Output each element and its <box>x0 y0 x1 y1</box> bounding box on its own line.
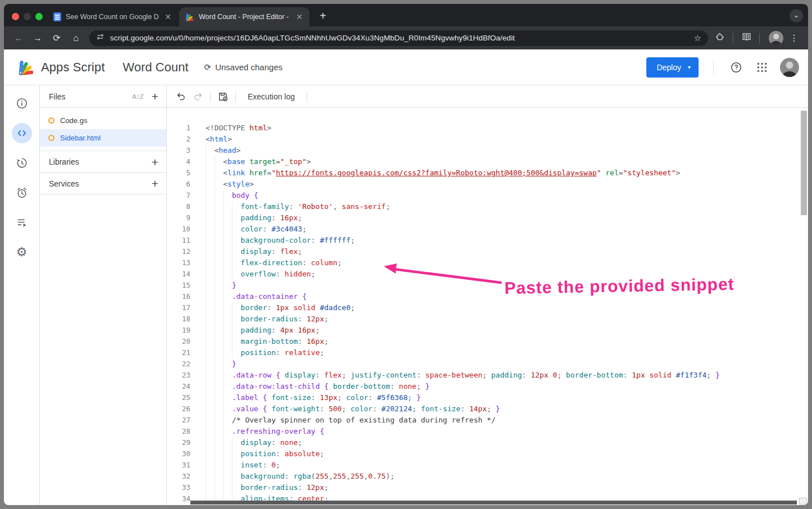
gear-glyph: ⚙ <box>16 246 28 258</box>
line-number: 10 <box>167 224 190 235</box>
main-content: ⚙ Files A↕Z + Code.gs Sidebar.html <box>4 85 808 505</box>
code-line: 13flex-direction: column; <box>167 257 808 269</box>
code-line: 6<style> <box>167 179 808 190</box>
line-number: 4 <box>167 156 190 167</box>
browser-tab-docs[interactable]: See Word Count on Google D ✕ <box>48 7 178 26</box>
window-controls[interactable] <box>12 13 43 20</box>
code-line: 1<!DOCTYPE html> <box>167 122 808 134</box>
line-number: 7 <box>167 190 190 201</box>
overview-info-icon[interactable] <box>12 93 32 113</box>
services-label: Services <box>49 179 152 188</box>
bookmark-star-icon[interactable]: ☆ <box>694 33 701 43</box>
libraries-section[interactable]: Libraries + <box>40 151 166 172</box>
save-status: ⟳ Unsaved changes <box>204 62 283 72</box>
save-status-text: Unsaved changes <box>215 62 282 72</box>
close-window-button[interactable] <box>12 13 19 20</box>
close-tab-icon[interactable]: ✕ <box>163 12 172 21</box>
line-number: 8 <box>167 201 190 212</box>
browser-profile-avatar[interactable] <box>769 31 783 46</box>
url-text[interactable]: script.google.com/u/0/home/projects/16DJ… <box>110 34 690 42</box>
executions-list-icon[interactable] <box>12 212 32 233</box>
google-apps-grid-icon[interactable] <box>751 56 773 79</box>
apps-script-favicon-icon <box>185 12 194 22</box>
google-docs-favicon-icon <box>53 12 61 21</box>
site-settings-icon[interactable] <box>96 33 104 43</box>
unsaved-dot-icon <box>48 135 54 141</box>
services-section[interactable]: Services + <box>40 172 166 194</box>
code-line: 31inset: 0; <box>167 460 808 471</box>
project-history-icon[interactable] <box>12 153 32 173</box>
file-item-code-gs[interactable]: Code.gs <box>40 112 166 129</box>
line-number: 16 <box>167 291 190 302</box>
add-file-button[interactable]: + <box>152 90 158 102</box>
line-number: 24 <box>167 381 190 392</box>
file-item-sidebar-html[interactable]: Sidebar.html <box>40 129 166 147</box>
code-line: 17border: 1px solid #dadce0; <box>167 302 808 313</box>
browser-menu-kebab-icon[interactable]: ⋮ <box>787 33 801 43</box>
help-icon[interactable] <box>725 56 747 79</box>
code-line: 16.data-container { <box>167 291 808 302</box>
reading-list-icon[interactable] <box>739 33 754 43</box>
add-library-button[interactable]: + <box>152 156 158 168</box>
line-number: 32 <box>167 471 190 482</box>
undo-icon[interactable] <box>172 88 189 105</box>
code-line: 11background-color: #ffffff; <box>167 235 808 246</box>
code-line: 22} <box>167 358 808 370</box>
execution-log-button[interactable]: Execution log <box>240 92 303 101</box>
line-number: 14 <box>167 269 190 280</box>
deploy-caret-icon[interactable]: ▾ <box>688 64 691 70</box>
line-number: 11 <box>167 235 190 246</box>
editor-toolbar: Execution log <box>167 85 808 108</box>
tab-search-chevron-icon[interactable]: ⌄ <box>790 9 803 22</box>
line-number: 13 <box>167 257 190 269</box>
back-icon[interactable]: ← <box>11 30 26 46</box>
forward-icon[interactable]: → <box>30 30 45 46</box>
line-number: 17 <box>167 302 190 313</box>
extensions-icon[interactable] <box>713 33 727 44</box>
close-tab-icon[interactable]: ✕ <box>295 12 304 21</box>
save-project-icon[interactable] <box>215 88 231 105</box>
code-line: 10color: #3c4043; <box>167 224 808 235</box>
line-number: 1 <box>167 122 190 134</box>
code-editor[interactable]: 1<!DOCTYPE html>2<html>3<head>4<base tar… <box>167 108 808 505</box>
code-line: 33border-radius: 12px; <box>167 482 808 493</box>
line-number: 9 <box>167 212 190 224</box>
code-line: 3<head> <box>167 145 808 156</box>
code-line: 27/* Overlay spinner on top of existing … <box>167 415 808 426</box>
horizontal-scrollbar[interactable] <box>190 501 797 505</box>
zoom-window-button[interactable] <box>35 13 43 20</box>
apps-script-logo-icon <box>16 58 35 76</box>
code-line: 9padding: 16px; <box>167 212 808 224</box>
triggers-alarm-icon[interactable] <box>12 183 32 203</box>
code-line: 26.value { font-weight: 500; color: #202… <box>167 403 808 415</box>
divider <box>733 33 733 43</box>
code-line: 29display: none; <box>167 437 808 448</box>
redo-icon[interactable] <box>189 88 206 105</box>
project-settings-gear-icon[interactable]: ⚙ <box>12 242 32 262</box>
tab-title: Word Count - Project Editor - <box>199 13 290 21</box>
code-line: 12display: flex; <box>167 246 808 257</box>
deploy-button[interactable]: Deploy ▾ <box>646 57 699 78</box>
line-number: 27 <box>167 415 190 426</box>
reload-icon[interactable]: ⟳ <box>49 30 65 46</box>
vertical-scrollbar[interactable] <box>801 111 807 215</box>
account-avatar[interactable] <box>780 58 799 77</box>
minimize-window-button[interactable] <box>24 13 31 20</box>
code-line: 2<html> <box>167 134 808 145</box>
code-line: 30position: absolute; <box>167 448 808 460</box>
project-title[interactable]: Word Count <box>123 60 189 75</box>
address-bar[interactable]: script.google.com/u/0/home/projects/16DJ… <box>89 30 708 46</box>
add-service-button[interactable]: + <box>152 178 158 189</box>
sync-icon: ⟳ <box>204 62 212 72</box>
editor-pane: Execution log 1<!DOCTYPE html>2<html>3<h… <box>167 85 808 505</box>
code-line: 5<link href="https://fonts.googleapis.co… <box>167 167 808 179</box>
browser-tab-project-editor[interactable]: Word Count - Project Editor - ✕ <box>179 7 309 26</box>
code-line: 8font-family: 'Roboto', sans-serif; <box>167 201 808 212</box>
apps-script-brand[interactable]: Apps Script <box>16 58 105 76</box>
line-number: 3 <box>167 145 190 156</box>
editor-code-icon[interactable] <box>12 123 32 143</box>
home-icon[interactable]: ⌂ <box>68 30 84 46</box>
line-number: 31 <box>167 460 190 471</box>
new-tab-button[interactable]: + <box>316 10 330 23</box>
sort-az-icon[interactable]: A↕Z <box>132 93 143 100</box>
